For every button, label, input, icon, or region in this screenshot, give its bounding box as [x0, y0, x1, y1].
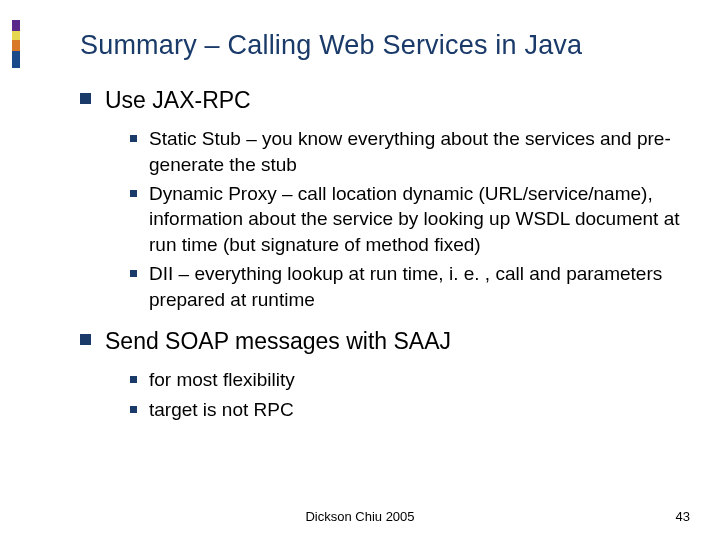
page-number: 43: [676, 509, 690, 524]
accent-bar: [12, 20, 20, 68]
list-item: Static Stub – you know everything about …: [130, 126, 680, 177]
square-bullet-icon: [130, 190, 137, 197]
footer-author: Dickson Chiu 2005: [0, 509, 720, 524]
square-bullet-icon: [130, 406, 137, 413]
list-item: for most flexibility: [130, 367, 680, 392]
square-bullet-icon: [80, 93, 91, 104]
slide-title: Summary – Calling Web Services in Java: [80, 30, 680, 61]
list-item-label: DII – everything lookup at run time, i. …: [149, 261, 680, 312]
sub-list: Static Stub – you know everything about …: [130, 126, 680, 312]
list-item: Use JAX-RPC: [80, 85, 680, 116]
sub-list: for most flexibility target is not RPC: [130, 367, 680, 422]
square-bullet-icon: [80, 334, 91, 345]
square-bullet-icon: [130, 135, 137, 142]
list-item: DII – everything lookup at run time, i. …: [130, 261, 680, 312]
slide: Summary – Calling Web Services in Java U…: [0, 0, 720, 540]
square-bullet-icon: [130, 270, 137, 277]
list-item-label: Send SOAP messages with SAAJ: [105, 326, 451, 357]
list-item: Send SOAP messages with SAAJ: [80, 326, 680, 357]
list-item: target is not RPC: [130, 397, 680, 422]
square-bullet-icon: [130, 376, 137, 383]
list-item-label: for most flexibility: [149, 367, 295, 392]
slide-body: Use JAX-RPC Static Stub – you know every…: [80, 85, 680, 422]
list-item-label: Static Stub – you know everything about …: [149, 126, 680, 177]
list-item-label: target is not RPC: [149, 397, 294, 422]
list-item: Dynamic Proxy – call location dynamic (U…: [130, 181, 680, 257]
list-item-label: Use JAX-RPC: [105, 85, 251, 116]
list-item-label: Dynamic Proxy – call location dynamic (U…: [149, 181, 680, 257]
